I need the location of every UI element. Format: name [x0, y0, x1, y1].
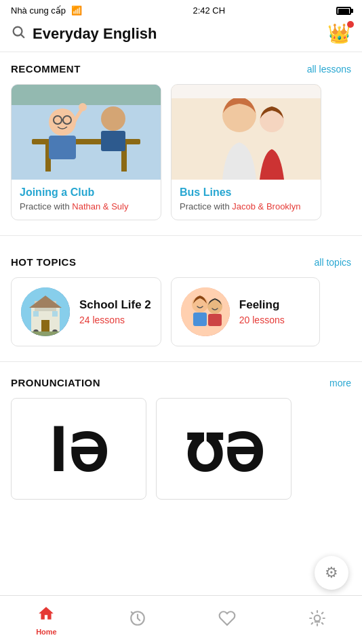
app-header: Everyday English 👑	[0, 18, 362, 52]
svg-point-34	[207, 299, 222, 314]
svg-rect-35	[208, 314, 222, 326]
svg-rect-23	[41, 320, 49, 331]
recomment-title: RECOMMENT	[11, 63, 81, 75]
svg-rect-30	[21, 331, 70, 336]
svg-point-37	[314, 615, 320, 621]
svg-rect-18	[172, 85, 321, 98]
search-icon[interactable]	[11, 24, 26, 43]
crown-badge	[347, 21, 354, 28]
carrier-label: Nhà cung cấp	[11, 5, 66, 16]
topic-card-feeling[interactable]: Feeling 20 lessons	[171, 277, 320, 346]
lesson-card-joining-club[interactable]: Joining a Club Practice with Nathan & Su…	[11, 84, 161, 220]
pronunciation-card-ue[interactable]: ʊə	[156, 398, 291, 500]
fab-settings[interactable]: ⚙	[315, 556, 348, 590]
svg-rect-33	[193, 313, 207, 326]
pronunciation-card-ia[interactable]: Iə	[11, 398, 146, 500]
svg-line-41	[322, 622, 323, 624]
svg-line-45	[322, 612, 323, 613]
svg-line-44	[311, 622, 313, 624]
premium-button[interactable]: 👑	[327, 22, 351, 45]
svg-rect-13	[12, 85, 161, 105]
lesson-card-body-joining: Joining a Club Practice with Nathan & Su…	[12, 180, 161, 220]
topic-info-school: School Life 2 24 lessons	[79, 298, 151, 325]
time-label: 2:42 CH	[193, 5, 225, 16]
lesson-image-bus	[172, 85, 321, 180]
lesson-sub-bus: Practice with Jacob & Brooklyn	[180, 201, 313, 212]
svg-point-14	[79, 103, 87, 111]
pronunciation-section: PRONUNCIATION more Iə ʊə	[0, 366, 362, 510]
hot-topics-section: HOT TOPICS all topics	[0, 245, 362, 357]
lesson-title-bus: Bus Lines	[180, 186, 313, 199]
nav-item-home[interactable]: Home	[25, 602, 68, 639]
pronunciation-title: PRONUNCIATION	[11, 377, 100, 388]
phoneme-ia: Iə	[49, 416, 108, 481]
svg-line-1	[21, 35, 24, 37]
wifi-icon: 📶	[71, 5, 82, 16]
feeling-image-bg	[181, 287, 230, 336]
lessons-scroll: Joining a Club Practice with Nathan & Su…	[11, 84, 351, 231]
svg-rect-29	[53, 335, 57, 336]
nav-item-favorites[interactable]	[207, 607, 247, 634]
topic-card-school-life[interactable]: School Life 2 24 lessons	[11, 277, 161, 346]
nav-item-tips[interactable]	[298, 607, 337, 634]
topic-info-feeling: Feeling 20 lessons	[239, 298, 310, 325]
tips-icon	[308, 609, 326, 631]
home-icon	[37, 605, 55, 626]
lesson-partners-bus: Jacob & Brooklyn	[232, 201, 300, 212]
svg-rect-12	[101, 131, 125, 151]
svg-point-32	[192, 296, 208, 313]
topic-lessons-feeling: 20 lessons	[239, 315, 310, 325]
topic-name-feeling: Feeling	[239, 298, 310, 312]
gear-icon: ⚙	[325, 564, 338, 582]
svg-rect-10	[49, 136, 76, 159]
lesson-image-joining	[12, 85, 161, 180]
topic-name-school: School Life 2	[79, 298, 151, 312]
bottom-nav: Home	[0, 595, 362, 644]
divider-1	[0, 235, 362, 236]
hot-topics-header: HOT TOPICS all topics	[11, 256, 351, 268]
carrier-wifi: Nhà cung cấp 📶	[11, 5, 82, 16]
topic-image-school	[21, 287, 70, 336]
more-link[interactable]: more	[329, 378, 351, 388]
pronunciation-scroll: Iə ʊə	[11, 398, 351, 510]
svg-rect-25	[52, 311, 58, 317]
lesson-title-joining: Joining a Club	[20, 186, 153, 199]
hot-topics-title: HOT TOPICS	[11, 256, 76, 268]
divider-2	[0, 361, 362, 362]
nav-item-history[interactable]	[118, 607, 157, 634]
lesson-partners-joining: Nathan & Suly	[72, 201, 128, 212]
history-icon	[129, 609, 146, 631]
all-topics-link[interactable]: all topics	[315, 257, 351, 268]
heart-icon	[218, 609, 236, 631]
lesson-card-bus-lines[interactable]: Bus Lines Practice with Jacob & Brooklyn	[171, 84, 321, 220]
school-image-bg	[21, 287, 70, 336]
lesson-sub-joining: Practice with Nathan & Suly	[20, 201, 153, 212]
recomment-section: RECOMMENT all lessons	[0, 52, 362, 231]
all-lessons-link[interactable]: all lessons	[307, 64, 351, 75]
svg-point-6	[49, 108, 76, 136]
home-label: Home	[36, 628, 57, 636]
svg-line-40	[311, 612, 313, 613]
svg-rect-31	[181, 287, 230, 336]
recomment-header: RECOMMENT all lessons	[11, 63, 351, 75]
topics-scroll: School Life 2 24 lessons	[11, 277, 351, 357]
battery-icon	[336, 7, 351, 15]
page-title: Everyday English	[33, 25, 327, 43]
topic-lessons-school: 24 lessons	[79, 315, 151, 325]
battery-area	[336, 7, 351, 15]
status-bar: Nhà cung cấp 📶 2:42 CH	[0, 0, 362, 18]
bottom-spacer	[0, 510, 362, 565]
svg-rect-24	[33, 311, 39, 317]
topic-image-feeling	[181, 287, 230, 336]
svg-point-11	[101, 106, 125, 131]
lesson-card-body-bus: Bus Lines Practice with Jacob & Brooklyn	[172, 180, 321, 220]
pronunciation-header: PRONUNCIATION more	[11, 377, 351, 388]
phoneme-ue: ʊə	[184, 416, 264, 481]
